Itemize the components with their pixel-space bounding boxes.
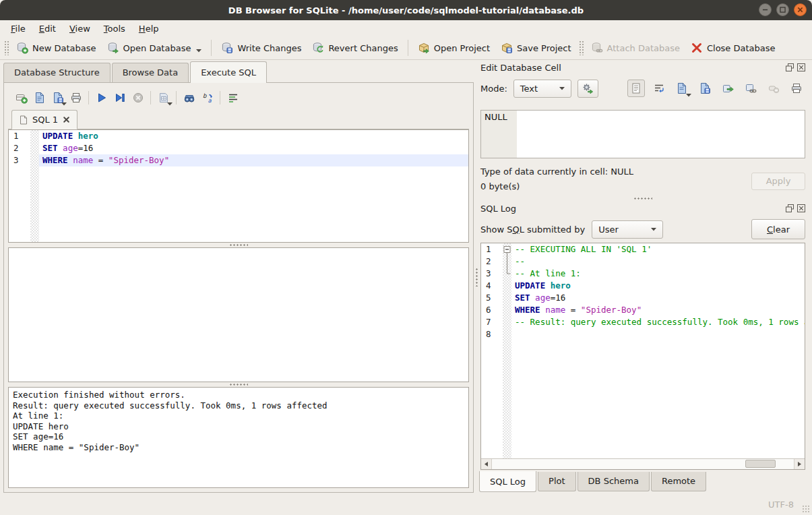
open-project-icon bbox=[418, 42, 430, 54]
execution-log-line: Result: query executed successfully. Too… bbox=[13, 400, 464, 411]
menu-bar: FileEditViewToolsHelp bbox=[0, 20, 812, 36]
print-cell-icon[interactable] bbox=[788, 80, 805, 97]
sql-tab[interactable]: SQL 1 bbox=[11, 110, 77, 129]
bottom-tab-plot[interactable]: Plot bbox=[538, 472, 576, 491]
log-filter-value: User bbox=[598, 224, 619, 235]
code-line: -- Result: query executed successfully. … bbox=[511, 316, 805, 328]
menu-tools[interactable]: Tools bbox=[97, 22, 132, 36]
fold-margin bbox=[503, 243, 511, 458]
log-filter-select[interactable]: User bbox=[592, 220, 663, 239]
float-dock-icon[interactable] bbox=[786, 204, 794, 212]
save-file-icon[interactable] bbox=[696, 80, 714, 97]
menu-help[interactable]: Help bbox=[132, 22, 166, 36]
revert-changes-button[interactable]: Revert Changes bbox=[307, 38, 403, 57]
close-dock-icon[interactable] bbox=[797, 63, 805, 71]
chevron-down-icon[interactable] bbox=[196, 49, 201, 53]
main-toolbar: New DatabaseOpen DatabaseWrite ChangesRe… bbox=[0, 36, 812, 60]
find-replace-icon[interactable]: ba bbox=[198, 89, 216, 107]
print-sql-icon[interactable] bbox=[67, 89, 85, 107]
toolbar-button-label: New Database bbox=[32, 43, 96, 53]
find-icon[interactable] bbox=[180, 89, 198, 107]
scroll-left-icon[interactable] bbox=[481, 459, 492, 469]
sql-log-code[interactable]: 12345678-- EXECUTING ALL IN 'SQL 1'---- … bbox=[481, 243, 805, 458]
main-area: Database StructureBrowse DataExecute SQL… bbox=[0, 60, 812, 494]
vertical-splitter[interactable] bbox=[474, 60, 479, 494]
word-wrap-icon[interactable] bbox=[650, 80, 668, 97]
format-sql-icon[interactable] bbox=[224, 89, 242, 107]
close-window-icon[interactable] bbox=[794, 3, 807, 16]
fold-margin bbox=[30, 130, 39, 242]
scrollbar-thumb[interactable] bbox=[745, 460, 776, 468]
scroll-right-icon[interactable] bbox=[794, 459, 805, 469]
export-data-icon[interactable] bbox=[719, 80, 737, 97]
new-sql-tab-icon[interactable] bbox=[12, 89, 30, 107]
left-panel: Database StructureBrowse DataExecute SQL… bbox=[0, 60, 474, 494]
splitter-results-log[interactable] bbox=[8, 382, 469, 387]
cell-value: NULL bbox=[481, 111, 517, 158]
cell-mode-row: Mode: Text bbox=[479, 75, 807, 102]
close-tab-icon[interactable] bbox=[63, 116, 70, 123]
toolbar-button-label: Attach Database bbox=[607, 43, 680, 53]
open-sql-file-icon[interactable] bbox=[30, 89, 49, 107]
toolbar-button-label: Write Changes bbox=[237, 43, 301, 53]
write-changes-button[interactable]: Write Changes bbox=[216, 38, 307, 57]
execute-sql-page: ba SQL 1 123UPDATE heroSET age=16WHERE n… bbox=[3, 82, 474, 493]
mode-select[interactable]: Text bbox=[513, 80, 571, 98]
close-dock-icon[interactable] bbox=[797, 204, 805, 212]
save-project-button[interactable]: Save Project bbox=[495, 38, 577, 57]
resize-grip[interactable] bbox=[802, 505, 810, 513]
menu-edit[interactable]: Edit bbox=[32, 22, 63, 36]
chevron-down-icon bbox=[559, 87, 565, 90]
toolbar-button-label: Save Project bbox=[517, 43, 571, 53]
cell-size-info: 0 byte(s) bbox=[480, 181, 633, 191]
code-area[interactable]: -- EXECUTING ALL IN 'SQL 1'---- At line … bbox=[511, 243, 805, 458]
splitter-docks[interactable] bbox=[479, 196, 807, 201]
cell-value-editor[interactable]: NULL bbox=[480, 110, 805, 158]
maximize-window-icon[interactable] bbox=[776, 3, 789, 16]
save-sql-file-icon[interactable] bbox=[49, 89, 67, 107]
scrollbar-track[interactable] bbox=[492, 459, 794, 469]
sql-log-view: 12345678-- EXECUTING ALL IN 'SQL 1'---- … bbox=[480, 243, 805, 470]
db-open-icon bbox=[107, 42, 119, 54]
open-database-button[interactable]: Open Database bbox=[102, 38, 208, 57]
svg-text:b: b bbox=[203, 92, 207, 99]
code-line: -- bbox=[511, 255, 805, 268]
toolbar-separator bbox=[176, 91, 177, 104]
execute-line-icon[interactable] bbox=[111, 89, 129, 107]
bottom-tab-db-schema[interactable]: DB Schema bbox=[577, 472, 650, 491]
splitter-editor-results[interactable] bbox=[8, 243, 469, 247]
tab-browse-data[interactable]: Browse Data bbox=[112, 63, 189, 82]
code-area[interactable]: UPDATE heroSET age=16WHERE name = "Spide… bbox=[39, 130, 468, 242]
execute-all-icon[interactable] bbox=[92, 89, 111, 107]
code-line: SET age=16 bbox=[39, 142, 468, 154]
mode-label: Mode: bbox=[480, 84, 507, 94]
menu-view[interactable]: View bbox=[63, 22, 97, 36]
toolbar-separator bbox=[220, 91, 220, 104]
clear-log-button[interactable]: Clear bbox=[751, 219, 805, 239]
execution-log-line: Execution finished without errors. bbox=[13, 390, 464, 400]
open-file-icon[interactable] bbox=[673, 80, 691, 97]
cell-type-info: Type of data currently in cell: NULL bbox=[480, 166, 633, 177]
bottom-tab-sql-log[interactable]: SQL Log bbox=[479, 471, 536, 492]
new-database-button[interactable]: New Database bbox=[11, 38, 102, 57]
open-project-button[interactable]: Open Project bbox=[412, 38, 495, 57]
sql-editor[interactable]: 123UPDATE heroSET age=16WHERE name = "Sp… bbox=[8, 129, 469, 243]
code-line: UPDATE hero bbox=[39, 130, 468, 142]
chevron-down-icon bbox=[651, 228, 656, 231]
bottom-tab-remote[interactable]: Remote bbox=[651, 472, 706, 491]
float-dock-icon[interactable] bbox=[786, 63, 794, 71]
apply-cell-button[interactable] bbox=[577, 80, 598, 98]
text-mode-icon[interactable] bbox=[627, 80, 645, 97]
code-line: -- At line 1: bbox=[511, 268, 805, 280]
tab-database-structure[interactable]: Database Structure bbox=[3, 63, 111, 82]
chevron-down-icon bbox=[61, 102, 67, 106]
close-database-button[interactable]: Close Database bbox=[685, 38, 781, 57]
minimize-window-icon[interactable] bbox=[759, 3, 772, 16]
toolbar-separator bbox=[88, 91, 89, 104]
status-bar: UTF-8 bbox=[0, 494, 812, 515]
link-data-icon[interactable] bbox=[742, 80, 759, 97]
tab-execute-sql[interactable]: Execute SQL bbox=[190, 61, 267, 83]
menu-file[interactable]: File bbox=[4, 22, 32, 36]
sql-toolbar: ba bbox=[8, 87, 469, 109]
execution-log-line: SET age=16 bbox=[13, 431, 464, 442]
